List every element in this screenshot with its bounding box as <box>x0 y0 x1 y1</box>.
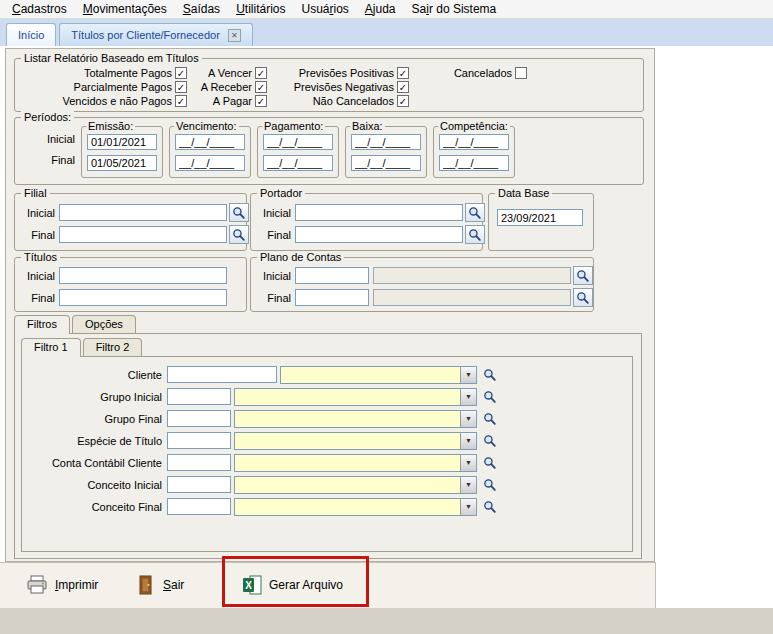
plano-contas-final-search-button[interactable] <box>573 288 593 307</box>
exit-door-icon <box>138 575 156 595</box>
filial-inicial-search-button[interactable] <box>229 203 249 222</box>
menu-sair-do-sistema[interactable]: Sair do Sistema <box>404 1 505 17</box>
menu-saidas[interactable]: Saídas <box>175 1 228 17</box>
checkbox-a-vencer: A Vencer✓ <box>187 67 267 79</box>
data-base-input[interactable] <box>497 209 583 226</box>
search-icon[interactable] <box>483 412 497 426</box>
filial-final-input[interactable] <box>59 226 227 243</box>
menu-usuarios[interactable]: Usuários <box>293 1 356 17</box>
period-column-competencia: Competência: <box>433 126 515 178</box>
tab-titulos-por-cliente-fornecedor[interactable]: Títulos por Cliente/Fornecedor ✕ <box>59 23 253 46</box>
search-icon[interactable] <box>483 478 497 492</box>
emissao-final-input[interactable] <box>87 155 157 171</box>
grupo-inicial-combo[interactable]: ▼ <box>234 388 477 406</box>
checkbox-label: A Pagar <box>213 95 252 107</box>
tab-filtro-1[interactable]: Filtro 1 <box>21 338 81 357</box>
checkbox[interactable]: ✓ <box>255 67 267 79</box>
portador-final-search-button[interactable] <box>465 225 485 244</box>
menu-movimentacoes[interactable]: Movimentações <box>75 1 175 17</box>
tab-filtros[interactable]: Filtros <box>14 315 70 334</box>
baixa-inicial-input[interactable] <box>351 134 421 150</box>
button-label: Gerar Arquivo <box>269 578 343 592</box>
filter-label: Grupo Final <box>22 413 162 425</box>
chevron-down-icon[interactable]: ▼ <box>460 367 476 383</box>
tab-opcoes[interactable]: Opções <box>72 315 136 333</box>
plano-contas-inicial-description-input[interactable] <box>373 267 571 284</box>
titulos-inicial-input[interactable] <box>59 267 227 284</box>
checkbox[interactable]: ✓ <box>255 81 267 93</box>
period-column-title: Baixa: <box>350 120 385 132</box>
competencia-final-input[interactable] <box>439 155 509 171</box>
competencia-inicial-input[interactable] <box>439 134 509 150</box>
especie-de-titulo-code-input[interactable] <box>167 432 231 449</box>
conta-contabil-cliente-code-input[interactable] <box>167 454 231 471</box>
especie-de-titulo-combo[interactable]: ▼ <box>234 432 477 450</box>
filial-final-search-button[interactable] <box>229 225 249 244</box>
search-icon[interactable] <box>483 456 497 470</box>
conceito-final-combo[interactable]: ▼ <box>234 498 477 516</box>
chevron-down-icon[interactable]: ▼ <box>460 499 476 515</box>
checkbox[interactable]: ✓ <box>397 95 409 107</box>
chevron-down-icon[interactable]: ▼ <box>460 455 476 471</box>
search-icon[interactable] <box>483 390 497 404</box>
group-title: Títulos <box>21 251 60 263</box>
conta-contabil-cliente-combo[interactable]: ▼ <box>234 454 477 472</box>
cliente-code-input[interactable] <box>167 366 277 383</box>
combo-value <box>235 411 460 427</box>
grupo-final-code-input[interactable] <box>167 410 231 427</box>
filial-inicial-input[interactable] <box>59 204 227 221</box>
pagamento-final-input[interactable] <box>263 155 333 171</box>
conceito-final-code-input[interactable] <box>167 498 231 515</box>
chevron-down-icon[interactable]: ▼ <box>460 477 476 493</box>
group-title: Listar Relatório Baseado em Títulos <box>21 52 202 64</box>
search-icon[interactable] <box>483 368 497 382</box>
close-icon[interactable]: ✕ <box>228 29 241 42</box>
menu-cadastros[interactable]: Cadastros <box>4 1 75 17</box>
grupo-final-combo[interactable]: ▼ <box>234 410 477 428</box>
portador-inicial-row: Inicial <box>257 203 485 222</box>
checkbox[interactable]: ✓ <box>255 95 267 107</box>
checkbox[interactable]: ✓ <box>175 95 187 107</box>
sair-button[interactable]: Sair <box>138 575 184 595</box>
plano-contas-inicial-search-button[interactable] <box>573 266 593 285</box>
vencimento-inicial-input[interactable] <box>175 134 245 150</box>
checkbox[interactable]: ✓ <box>397 67 409 79</box>
chevron-down-icon[interactable]: ▼ <box>460 389 476 405</box>
tab-inicio[interactable]: Início <box>6 23 56 46</box>
gerar-arquivo-button[interactable]: X Gerar Arquivo <box>242 575 343 595</box>
pagamento-inicial-input[interactable] <box>263 134 333 150</box>
portador-inicial-search-button[interactable] <box>465 203 485 222</box>
filial-final-row: Final <box>21 225 249 244</box>
imprimir-button[interactable]: Imprimir <box>26 575 98 595</box>
grupo-inicial-code-input[interactable] <box>167 388 231 405</box>
conceito-inicial-combo[interactable]: ▼ <box>234 476 477 494</box>
menu-utilitarios[interactable]: Utilitários <box>228 1 293 17</box>
baixa-final-input[interactable] <box>351 155 421 171</box>
period-column-emissao: Emissão: <box>81 126 163 178</box>
cliente-combo[interactable]: ▼ <box>280 366 477 384</box>
checkbox[interactable] <box>515 67 527 79</box>
combo-value <box>281 367 460 383</box>
checkbox[interactable]: ✓ <box>175 67 187 79</box>
titulos-final-input[interactable] <box>59 289 227 306</box>
search-icon <box>232 228 246 242</box>
search-icon[interactable] <box>483 434 497 448</box>
checkbox[interactable]: ✓ <box>175 81 187 93</box>
emissao-inicial-input[interactable] <box>87 134 157 150</box>
titulos-inicial-row: Inicial <box>21 266 227 285</box>
filter-label: Conceito Inicial <box>22 479 162 491</box>
search-icon[interactable] <box>483 500 497 514</box>
plano-contas-inicial-code-input[interactable] <box>295 267 369 284</box>
portador-inicial-input[interactable] <box>295 204 463 221</box>
chevron-down-icon[interactable]: ▼ <box>460 433 476 449</box>
plano-contas-final-description-input[interactable] <box>373 289 571 306</box>
filter-tab-bar: Filtros Opções <box>14 315 138 334</box>
chevron-down-icon[interactable]: ▼ <box>460 411 476 427</box>
plano-contas-final-code-input[interactable] <box>295 289 369 306</box>
conceito-inicial-code-input[interactable] <box>167 476 231 493</box>
menu-ajuda[interactable]: Ajuda <box>357 1 404 17</box>
vencimento-final-input[interactable] <box>175 155 245 171</box>
tab-filtro-2[interactable]: Filtro 2 <box>83 338 143 356</box>
checkbox[interactable]: ✓ <box>397 81 409 93</box>
portador-final-input[interactable] <box>295 226 463 243</box>
